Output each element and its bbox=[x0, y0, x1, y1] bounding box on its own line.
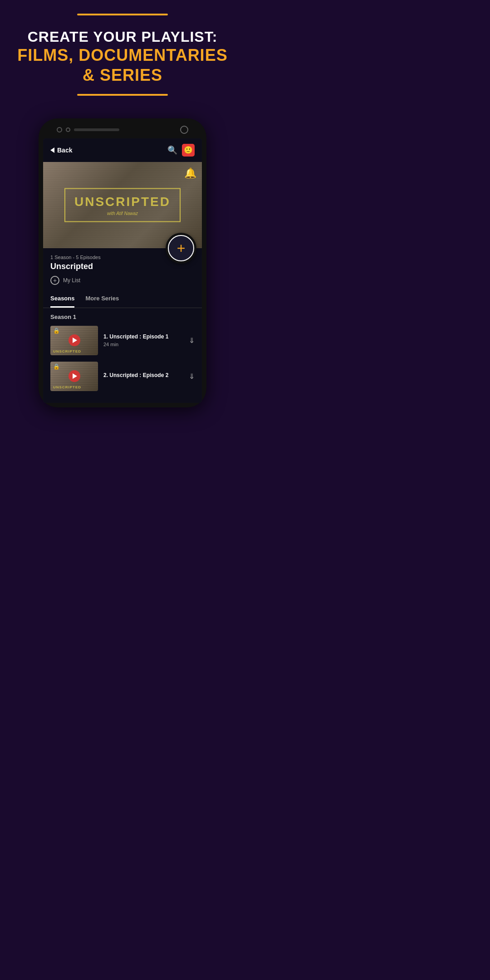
show-info-section: + 1 Season - 5 Episodes Unscripted + My … bbox=[43, 248, 202, 289]
back-chevron-icon bbox=[50, 147, 54, 153]
ep-label-sm-2: UNSCRIPTED bbox=[53, 385, 81, 389]
nav-icons: 🔍 🙂 bbox=[167, 144, 195, 157]
search-icon[interactable]: 🔍 bbox=[167, 145, 177, 155]
episode-1-title: 1. Unscripted : Episode 1 bbox=[103, 333, 183, 340]
ep-label-sm-1: UNSCRIPTED bbox=[53, 349, 81, 353]
back-button[interactable]: Back bbox=[50, 147, 72, 154]
episodes-section: Season 1 🔒 UNSCRIPTED 1. Unscript bbox=[43, 308, 202, 403]
my-list-plus-icon: + bbox=[50, 276, 59, 285]
back-label: Back bbox=[57, 147, 72, 154]
episode-1-duration: 24 min bbox=[103, 342, 183, 347]
phone-mockup: Back 🔍 🙂 UNSCRIPTED wi bbox=[0, 105, 245, 407]
speaker-bar bbox=[74, 128, 119, 131]
play-button-ep1[interactable] bbox=[69, 334, 80, 346]
avatar-emoji: 🙂 bbox=[184, 146, 193, 154]
download-icon-ep2[interactable]: ⇓ bbox=[189, 372, 195, 381]
play-triangle-icon-2 bbox=[73, 373, 77, 379]
cover-title-border: UNSCRIPTED with Atif Nawaz bbox=[64, 188, 181, 222]
phone-top-bar bbox=[43, 126, 202, 138]
episode-2-thumbnail[interactable]: 🔒 UNSCRIPTED bbox=[50, 362, 98, 391]
episode-1-thumbnail[interactable]: 🔒 UNSCRIPTED bbox=[50, 326, 98, 355]
cover-title-area: UNSCRIPTED with Atif Nawaz bbox=[64, 188, 181, 222]
camera-dot-1 bbox=[57, 127, 62, 132]
front-camera bbox=[180, 126, 188, 134]
phone-screen: Back 🔍 🙂 UNSCRIPTED wi bbox=[43, 138, 202, 403]
tab-more-series[interactable]: More Series bbox=[85, 295, 119, 308]
bell-icon[interactable]: 🔔 bbox=[184, 167, 196, 179]
bottom-divider bbox=[77, 94, 168, 96]
show-title: Unscripted bbox=[50, 262, 195, 271]
table-row: 🔒 UNSCRIPTED 2. Unscripted : Episode 2 ⇓ bbox=[50, 362, 195, 391]
camera-dot-2 bbox=[66, 127, 70, 132]
episode-2-title: 2. Unscripted : Episode 2 bbox=[103, 372, 183, 378]
my-list-row[interactable]: + My List bbox=[50, 276, 195, 285]
season-header: Season 1 bbox=[50, 314, 195, 320]
avatar-button[interactable]: 🙂 bbox=[182, 144, 195, 157]
play-triangle-icon bbox=[73, 338, 77, 343]
episode-2-info: 2. Unscripted : Episode 2 bbox=[103, 372, 183, 380]
lock-icon-ep1: 🔒 bbox=[53, 328, 60, 334]
plus-inner-circle: + bbox=[168, 235, 194, 261]
cover-main-title: UNSCRIPTED bbox=[74, 194, 171, 209]
app-nav-bar: Back 🔍 🙂 bbox=[43, 138, 202, 162]
play-button-ep2[interactable] bbox=[69, 370, 80, 382]
cover-subtitle: with Atif Nawaz bbox=[74, 211, 171, 216]
top-divider bbox=[77, 14, 168, 15]
plus-symbol: + bbox=[177, 241, 186, 255]
hero-section: CREATE YOUR PLAYLIST: FILMS, DOCUMENTARI… bbox=[0, 0, 245, 105]
content-tabs: Seasons More Series bbox=[43, 289, 202, 308]
phone-outer: Back 🔍 🙂 UNSCRIPTED wi bbox=[39, 118, 206, 407]
add-to-list-button[interactable]: + bbox=[166, 233, 196, 264]
download-icon-ep1[interactable]: ⇓ bbox=[189, 336, 195, 345]
episode-1-info: 1. Unscripted : Episode 1 24 min bbox=[103, 333, 183, 347]
hero-title-white: CREATE YOUR PLAYLIST: bbox=[14, 28, 231, 45]
tab-seasons[interactable]: Seasons bbox=[50, 295, 74, 308]
hero-title-yellow: FILMS, DOCUMENTARIES & SERIES bbox=[14, 45, 231, 84]
lock-icon-ep2: 🔒 bbox=[53, 363, 60, 370]
my-list-label: My List bbox=[63, 277, 80, 284]
table-row: 🔒 UNSCRIPTED 1. Unscripted : Episode 1 2… bbox=[50, 326, 195, 355]
